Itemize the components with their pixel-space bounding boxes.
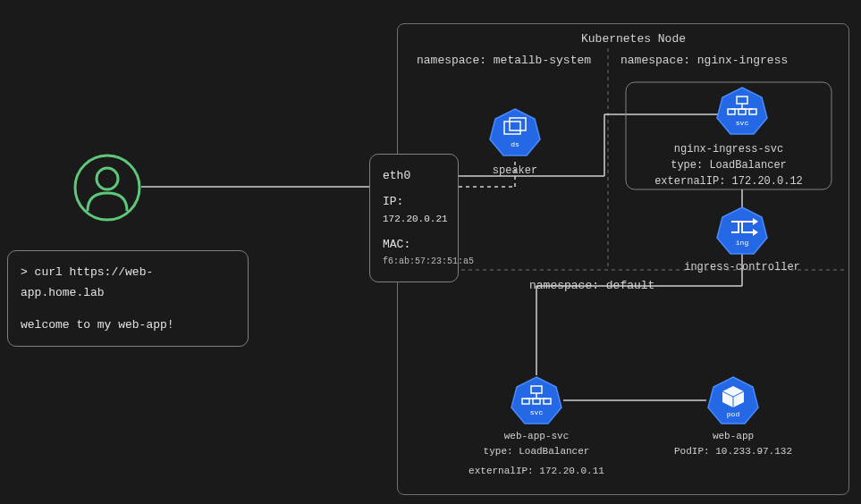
terminal-box: > curl https://web-app.home.lab welcome … (7, 250, 249, 347)
eth0-ip: 172.20.0.21 (383, 212, 445, 228)
web-app-pod-badge: pod (727, 410, 740, 418)
node-title: Kubernetes Node (581, 32, 686, 46)
web-app-svc-extip: externalIP: 172.20.0.11 (465, 464, 608, 479)
web-app-svc-type: type: LoadBalancer (465, 444, 608, 459)
nginx-svc-extip: externalIP: 172.20.0.12 (635, 173, 823, 189)
web-app-pod-caption: web-app PodIP: 10.233.97.132 (671, 429, 796, 458)
eth0-ip-label: IP: (383, 193, 445, 212)
ns-nginx-label: namespace: nginx-ingress (620, 54, 788, 67)
web-app-svc-badge: svc (530, 408, 544, 416)
svg-point-12 (75, 155, 139, 220)
nginx-svc-name: nginx-ingress-svc (635, 141, 823, 157)
terminal-command-line: > curl https://web-app.home.lab (21, 262, 235, 304)
web-app-svc-caption: web-app-svc type: LoadBalancer externalI… (465, 429, 608, 479)
terminal-command: curl https://web-app.home.lab (21, 265, 153, 299)
ns-metallb-label: namespace: metallb-system (417, 54, 591, 67)
eth0-mac: f6:ab:57:23:51:a5 (383, 255, 445, 269)
svg-marker-29 (511, 377, 561, 424)
ns-default-label: namespace: default (529, 279, 654, 292)
eth0-title: eth0 (383, 167, 445, 186)
svg-point-13 (97, 168, 118, 189)
terminal-prompt: > (21, 265, 35, 279)
speaker-heptagon: ds (488, 105, 542, 159)
web-app-pod-ip: PodIP: 10.233.97.132 (671, 444, 796, 459)
web-app-pod-heptagon: pod (706, 374, 760, 427)
user-icon (72, 152, 143, 223)
ingress-ctrl-caption: ingress-controller (680, 259, 805, 275)
nginx-svc-type: type: LoadBalancer (635, 157, 823, 173)
eth0-box: eth0 IP: 172.20.0.21 MAC: f6:ab:57:23:51… (369, 154, 459, 282)
nginx-svc-caption: nginx-ingress-svc type: LoadBalancer ext… (635, 141, 823, 189)
speaker-caption: speaker (488, 163, 542, 179)
terminal-output: welcome to my web-app! (21, 315, 235, 335)
nginx-svc-heptagon: svc (715, 84, 769, 138)
ingress-ctrl-badge: ing (736, 239, 749, 247)
svg-marker-16 (490, 109, 540, 155)
nginx-svc-badge: svc (736, 119, 749, 127)
web-app-svc-name: web-app-svc (465, 429, 608, 444)
svg-marker-19 (717, 88, 767, 134)
ingress-ctrl-heptagon: ing (715, 204, 769, 257)
web-app-pod-name: web-app (671, 429, 796, 444)
web-app-svc-heptagon: svc (510, 374, 563, 427)
speaker-badge: ds (511, 140, 519, 148)
eth0-mac-label: MAC: (383, 236, 445, 255)
